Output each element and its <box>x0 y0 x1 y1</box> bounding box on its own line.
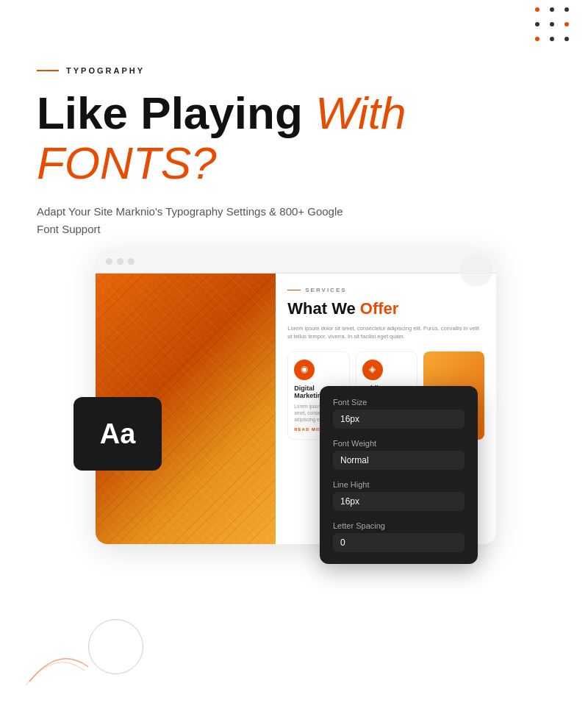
category-label: TYPOGRAPHY <box>66 66 145 75</box>
main-heading: Like Playing With FONTS? <box>37 88 551 188</box>
font-weight-label: Font Weight <box>333 439 465 448</box>
category-label-row: TYPOGRAPHY <box>37 66 551 75</box>
font-size-row: Font Size 16px <box>333 398 465 429</box>
offer-description: Lorem ipsum dolor sit amet, consectetur … <box>287 324 484 341</box>
line-height-row: Line Hight 16px <box>333 480 465 511</box>
line-height-value: 16px <box>333 492 465 511</box>
services-line <box>287 290 301 291</box>
dot <box>550 37 554 41</box>
dot <box>535 7 539 12</box>
services-label-text: SERVICES <box>305 287 346 293</box>
heading-black: Like Playing <box>37 87 303 138</box>
browser-top-bar <box>96 250 496 274</box>
what-we-offer-heading: What We Offer <box>287 299 484 318</box>
dot <box>564 37 569 41</box>
letter-spacing-row: Letter Spacing 0 <box>333 521 465 552</box>
dot <box>550 22 554 26</box>
illustration-area: SERVICES What We Offer Lorem ipsum dolor… <box>74 235 566 544</box>
font-weight-value: Normal <box>333 451 465 470</box>
dot <box>564 22 569 26</box>
category-line-decoration <box>37 70 59 71</box>
bottom-curve-decoration <box>22 645 96 689</box>
sub-text: Adapt Your Site Marknio's Typography Set… <box>37 203 404 238</box>
what-we-offer-black: What We <box>287 299 355 318</box>
dot <box>564 7 569 12</box>
digital-marketing-icon: ◉ <box>294 360 315 380</box>
letter-spacing-value: 0 <box>333 533 465 552</box>
circle-decoration <box>459 254 492 287</box>
typography-panel: Font Size 16px Font Weight Normal Line H… <box>320 386 478 564</box>
browser-dot <box>106 258 112 265</box>
letter-spacing-label: Letter Spacing <box>333 521 465 530</box>
header-section: TYPOGRAPHY Like Playing With FONTS? Adap… <box>37 66 551 238</box>
pr-icon: ◈ <box>362 360 383 380</box>
aa-text: Aa <box>100 418 136 450</box>
what-we-offer-orange: Offer <box>360 299 399 318</box>
services-label-row: SERVICES <box>287 287 484 293</box>
font-weight-row: Font Weight Normal <box>333 439 465 470</box>
aa-typography-block: Aa <box>74 397 162 471</box>
font-size-value: 16px <box>333 410 465 429</box>
dot <box>535 22 539 26</box>
browser-dot <box>128 258 135 265</box>
dot-grid-decoration <box>535 7 573 46</box>
bottom-circle-decoration <box>88 619 143 674</box>
font-size-label: Font Size <box>333 398 465 407</box>
dot <box>550 7 554 12</box>
browser-dot <box>117 258 123 265</box>
dot <box>535 37 539 41</box>
line-height-label: Line Hight <box>333 480 465 489</box>
